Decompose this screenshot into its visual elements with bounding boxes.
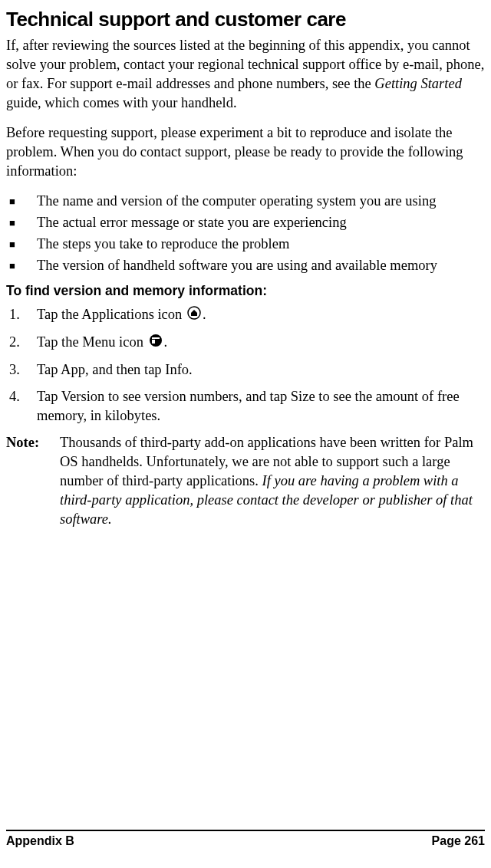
step2-post: . <box>164 334 168 350</box>
page-footer: Appendix B Page 261 <box>6 830 485 848</box>
list-item: The version of handheld software you are… <box>6 256 485 275</box>
step-2: Tap the Menu icon . <box>6 333 485 353</box>
note-text: Thousands of third-party add-on applicat… <box>60 433 485 529</box>
section-heading: Technical support and customer care <box>6 8 485 31</box>
step-3: Tap App, and then tap Info. <box>6 360 485 380</box>
intro-paragraph-1: If, after reviewing the sources listed a… <box>6 36 485 113</box>
svg-point-1 <box>150 334 162 347</box>
menu-icon <box>149 334 163 353</box>
step1-pre: Tap the Applications icon <box>37 307 186 322</box>
subheading: To find version and memory information: <box>6 283 485 299</box>
footer-left: Appendix B <box>6 834 74 848</box>
note-label: Note: <box>6 433 60 529</box>
step-4: Tap Version to see version numbers, and … <box>6 387 485 426</box>
list-item: The steps you take to reproduce the prob… <box>6 235 485 254</box>
svg-rect-3 <box>152 340 155 344</box>
step-1: Tap the Applications icon . <box>6 305 485 325</box>
applications-icon <box>187 306 201 325</box>
list-item: The name and version of the computer ope… <box>6 192 485 211</box>
svg-rect-2 <box>152 337 160 339</box>
note-block: Note: Thousands of third-party add-on ap… <box>6 433 485 529</box>
para1-post: guide, which comes with your handheld. <box>6 95 237 110</box>
info-bullet-list: The name and version of the computer ope… <box>6 192 485 275</box>
footer-right: Page 261 <box>432 834 485 848</box>
steps-list: Tap the Applications icon . Tap the Menu… <box>6 305 485 426</box>
intro-paragraph-2: Before requesting support, please experi… <box>6 123 485 181</box>
step2-pre: Tap the Menu icon <box>37 334 147 350</box>
list-item: The actual error message or state you ar… <box>6 213 485 232</box>
para1-italic: Getting Started <box>374 76 462 91</box>
step1-post: . <box>203 307 206 322</box>
